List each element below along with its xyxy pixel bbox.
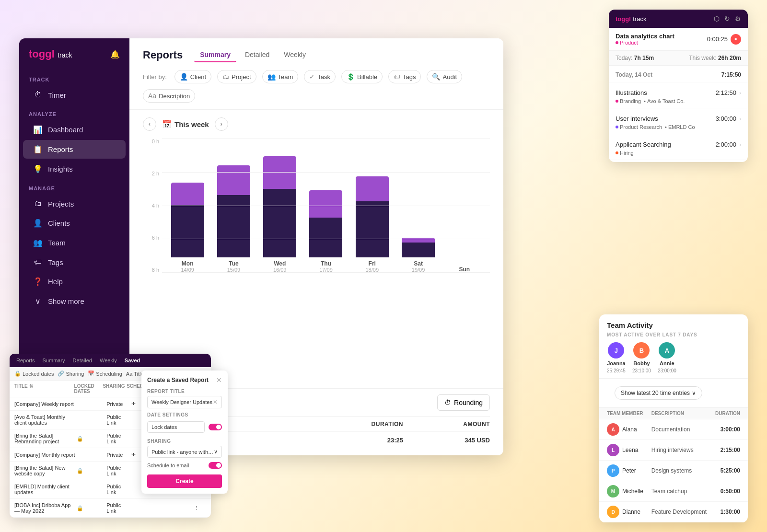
bar-group-mon: Mon 14/09 bbox=[167, 183, 208, 273]
sw-filter-sharing[interactable]: 🔗 Sharing bbox=[58, 370, 84, 377]
filter-audit-label: Audit bbox=[442, 73, 457, 81]
show-entries-button[interactable]: Show latest 20 time entries ∨ bbox=[615, 386, 702, 400]
y-label-4h: 4 h bbox=[143, 203, 162, 208]
team-activity-row: A Alana Documentation 3:00:00 bbox=[599, 419, 748, 440]
bar-group-thu: Thu 17/09 bbox=[305, 190, 347, 273]
row-actions[interactable]: ⋮ bbox=[194, 505, 206, 511]
modal-close-button[interactable]: ✕ bbox=[216, 376, 222, 384]
sw-tab-weekly[interactable]: Weekly bbox=[100, 358, 117, 363]
today-label: Today: bbox=[616, 55, 632, 61]
sidebar-item-tags[interactable]: 🏷 Tags bbox=[23, 253, 126, 271]
filter-desc-label: Description bbox=[159, 93, 190, 100]
top-members-avatars: J Joanna 25:29:45 B Bobby 23:10:00 A Ann… bbox=[607, 342, 740, 373]
rounding-icon: ⏱ bbox=[444, 399, 451, 406]
row-sharing: Public Link bbox=[106, 484, 131, 495]
schedule-email-toggle[interactable] bbox=[209, 462, 222, 469]
tracker-track-text: track bbox=[633, 15, 646, 23]
expand-icon-0[interactable]: › bbox=[739, 90, 741, 96]
sw-tab-reports[interactable]: Reports bbox=[16, 358, 35, 363]
entry-tags-2: Hiring bbox=[616, 150, 741, 156]
filter-client[interactable]: 👤 Client bbox=[174, 70, 211, 83]
row-sharing: Public Link bbox=[106, 414, 131, 426]
filter-tags[interactable]: 🏷 Tags bbox=[388, 70, 421, 83]
team-member: A Alana bbox=[607, 423, 651, 436]
sidebar-item-dashboard[interactable]: 📊 Dashboard bbox=[23, 120, 126, 139]
sw-tab-summary[interactable]: Summary bbox=[43, 358, 65, 363]
bar-date-label: 14/09 bbox=[181, 267, 194, 273]
sharing-select[interactable]: Public link - anyone with the link can a… bbox=[147, 446, 222, 458]
tag-hiring: Hiring bbox=[616, 150, 634, 156]
current-entry-tag: Product bbox=[616, 40, 674, 46]
analyze-section-label: ANALYZE bbox=[19, 104, 129, 120]
bar-stack-fri bbox=[356, 176, 389, 257]
sw-tab-saved[interactable]: Saved bbox=[125, 358, 140, 363]
create-button[interactable]: Create bbox=[147, 474, 222, 488]
tags-filter-icon: 🏷 bbox=[394, 73, 400, 81]
saved-report-row[interactable]: [BOBA Inc] Driboba App — May 2022 🔒 Publ… bbox=[10, 499, 211, 518]
sidebar-item-label: Clients bbox=[48, 219, 70, 227]
today-stat: Today: 7h 15m bbox=[616, 55, 654, 61]
team-table-header: Team Member Description Duration bbox=[599, 407, 748, 419]
team-rows: A Alana Documentation 3:00:00 L Leena Hi… bbox=[599, 419, 748, 522]
sidebar-item-help[interactable]: ❓ Help bbox=[23, 272, 126, 291]
bell-icon[interactable]: 🔔 bbox=[110, 50, 120, 59]
filter-description[interactable]: Aa Description bbox=[143, 89, 195, 103]
prev-week-button[interactable]: ‹ bbox=[143, 117, 156, 131]
rounding-button[interactable]: ⏱ Rounding bbox=[437, 394, 490, 411]
bar-top bbox=[309, 190, 342, 218]
show-entries-chevron: ∨ bbox=[692, 390, 696, 396]
filter-team[interactable]: 👥 Team bbox=[262, 70, 299, 83]
expand-icon-2[interactable]: › bbox=[739, 141, 741, 148]
duration-text-2: 2:00:00 bbox=[716, 141, 736, 148]
sidebar-item-clients[interactable]: 👤 Clients bbox=[23, 214, 126, 232]
lock-dates-toggle[interactable] bbox=[209, 424, 222, 430]
tab-weekly[interactable]: Weekly bbox=[278, 48, 312, 62]
date-settings-select[interactable]: Lock dates bbox=[147, 421, 205, 433]
sidebar-item-show-more[interactable]: ∨ Show more bbox=[23, 292, 126, 311]
bar-bottom bbox=[263, 189, 296, 257]
bar-bottom bbox=[356, 201, 389, 257]
y-label-0h: 0 h bbox=[143, 139, 162, 144]
row-title: [Company] Weekly report bbox=[14, 401, 77, 407]
show-entries-container: Show latest 20 time entries ∨ bbox=[599, 379, 748, 407]
week-label: This week: bbox=[689, 55, 716, 61]
sidebar-item-reports[interactable]: 📋 Reports bbox=[23, 140, 126, 159]
filter-billable[interactable]: 💲 Billable bbox=[341, 70, 383, 83]
expand-icon-1[interactable]: › bbox=[739, 116, 741, 122]
team-member: L Leena bbox=[607, 444, 651, 456]
next-week-button[interactable]: › bbox=[215, 117, 228, 131]
sidebar-item-insights[interactable]: 💡 Insights bbox=[23, 160, 126, 178]
sidebar-item-timer[interactable]: ⏱ Timer bbox=[23, 86, 126, 104]
tab-detailed[interactable]: Detailed bbox=[239, 48, 275, 62]
sw-filter-locked[interactable]: 🔒 Locked dates bbox=[14, 370, 54, 377]
bar-day-label: Fri bbox=[369, 260, 376, 267]
sw-filter-scheduling[interactable]: 📅 Scheduling bbox=[88, 370, 122, 377]
sidebar-item-projects[interactable]: 🗂 Projects bbox=[23, 195, 126, 213]
bar-bottom bbox=[402, 243, 435, 257]
member-name: Dianne bbox=[622, 509, 640, 515]
clients-icon: 👤 bbox=[33, 219, 43, 228]
gear-icon[interactable]: ⚙ bbox=[735, 15, 741, 23]
bar-group-sat: Sat 19/09 bbox=[397, 238, 439, 273]
filter-label: Filter by: bbox=[143, 73, 167, 81]
sidebar-item-label: Insights bbox=[48, 165, 73, 173]
bar-group-fri: Fri 18/09 bbox=[351, 176, 393, 273]
sharing-label: SHARING bbox=[147, 439, 222, 444]
filter-audit[interactable]: 🔍 Audit bbox=[427, 70, 462, 83]
refresh-icon[interactable]: ↻ bbox=[724, 15, 730, 23]
tab-summary[interactable]: Summary bbox=[194, 48, 236, 62]
tag-toast: • Avo & Toast Co. bbox=[644, 98, 685, 104]
sw-tab-detailed[interactable]: Detailed bbox=[73, 358, 92, 363]
sidebar-item-label: Tags bbox=[48, 258, 63, 266]
report-title-input[interactable]: Weekly Designer Updates ✕ bbox=[147, 396, 222, 408]
filter-task[interactable]: ✓ Task bbox=[304, 70, 336, 83]
sidebar-item-team[interactable]: 👥 Team bbox=[23, 233, 126, 252]
sched-icon: 📅 bbox=[88, 370, 94, 377]
filter-project[interactable]: 🗂 Project bbox=[217, 70, 256, 83]
row-title: [Bring the Salad] New website copy bbox=[14, 465, 77, 476]
clear-input-icon[interactable]: ✕ bbox=[213, 399, 218, 405]
external-link-icon[interactable]: ⬡ bbox=[714, 15, 720, 23]
row-title: [EMRLD] Monthly client updates bbox=[14, 484, 77, 495]
stop-button[interactable]: ■ bbox=[731, 34, 741, 45]
entry-name-interviews: User interviews bbox=[616, 115, 658, 122]
